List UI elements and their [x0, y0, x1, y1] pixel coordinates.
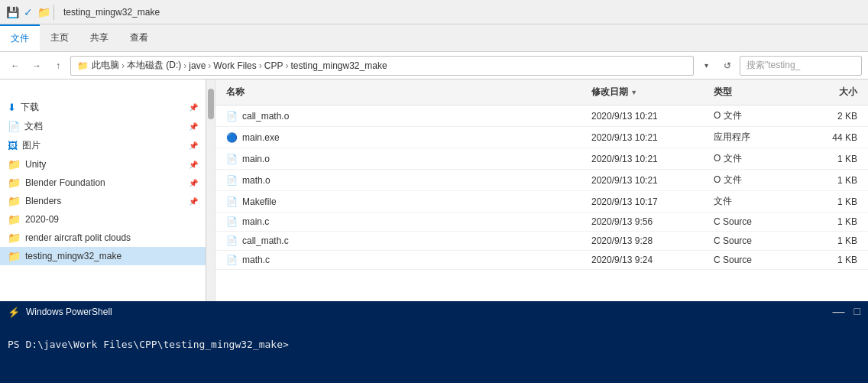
title-bar: 💾 ✓ 📁 testing_mingw32_make: [0, 0, 868, 24]
sidebar-item-download[interactable]: ⬇ 下载 📌: [0, 98, 206, 117]
file-name: main.c: [242, 216, 269, 227]
powershell-title: Windows PowerShell: [26, 307, 112, 317]
file-date: 2020/9/13 10:21: [587, 173, 709, 188]
file-icon-makefile: 📄: [226, 196, 238, 207]
file-icon-obj2: 📄: [226, 154, 238, 164]
pin-icon-2: 📌: [189, 122, 198, 131]
file-icon-c3: 📄: [226, 255, 238, 265]
address-dropdown[interactable]: ▾: [697, 56, 715, 76]
file-size: 2 KB: [801, 109, 862, 124]
file-size: 1 KB: [801, 173, 862, 188]
file-name-cell: 📄 call_math.o: [222, 109, 587, 124]
search-placeholder: 搜索"testing_: [747, 59, 800, 72]
sidebar-item-render[interactable]: 📁 render aircraft polit clouds: [0, 229, 206, 247]
file-size: 1 KB: [801, 214, 862, 229]
back-button[interactable]: ←: [6, 57, 24, 75]
title-bar-icons: 💾 ✓ 📁: [6, 6, 50, 18]
file-date: 2020/9/13 10:21: [587, 109, 709, 124]
file-size: 1 KB: [801, 151, 862, 167]
path-jave[interactable]: jave: [189, 60, 206, 71]
table-row[interactable]: 📄 Makefile 2020/9/13 10:17 文件 1 KB: [215, 191, 868, 213]
header-size[interactable]: 大小: [801, 83, 862, 102]
file-date: 2020/9/13 9:28: [587, 233, 709, 248]
image-icon: 🖼: [8, 140, 18, 151]
sidebar-item-blenders[interactable]: 📁 Blenders 📌: [0, 192, 206, 210]
refresh-button[interactable]: ↺: [718, 56, 737, 76]
table-row[interactable]: 📄 call_math.c 2020/9/13 9:28 C Source 1 …: [215, 232, 868, 251]
tab-home[interactable]: 主页: [40, 24, 79, 51]
file-kind: O 文件: [709, 171, 801, 189]
ribbon: 文件 主页 共享 查看: [0, 24, 868, 52]
title-folder-icon[interactable]: 📁: [37, 6, 50, 18]
up-button[interactable]: ↑: [49, 57, 67, 75]
file-date: 2020/9/13 9:24: [587, 252, 709, 268]
minimize-button[interactable]: —: [833, 305, 845, 319]
sidebar-item-document[interactable]: 📄 文档 📌: [0, 117, 206, 136]
sidebar-scrollbar[interactable]: [206, 80, 215, 301]
file-name: call_math.o: [242, 111, 289, 122]
path-cpp[interactable]: CPP: [264, 60, 283, 71]
header-type[interactable]: 类型: [709, 83, 801, 102]
sidebar-item-label: Blender Foundation: [25, 177, 105, 188]
file-name: math.o: [242, 175, 270, 186]
header-name[interactable]: 名称: [222, 83, 587, 102]
file-list-header: 名称 修改日期 ▼ 类型 大小: [215, 80, 868, 105]
file-date: 2020/9/13 10:17: [587, 194, 709, 209]
file-name: main.o: [242, 154, 270, 164]
file-list: 名称 修改日期 ▼ 类型 大小 📄 call_math.o 2020/9/13 …: [215, 80, 868, 301]
path-sep-1: ›: [121, 60, 125, 71]
window-title: testing_mingw32_make: [63, 7, 160, 18]
sidebar-item-label: Blenders: [25, 196, 61, 206]
sidebar-item-2020[interactable]: 📁 2020-09: [0, 210, 206, 229]
sidebar-item-blender-foundation[interactable]: 📁 Blender Foundation 📌: [0, 174, 206, 192]
path-sep-5: ›: [285, 60, 288, 71]
sidebar-item-label: 图片: [22, 139, 40, 152]
forward-button[interactable]: →: [28, 57, 46, 75]
file-kind: O 文件: [709, 107, 801, 125]
sidebar-item-label: 2020-09: [25, 214, 59, 225]
table-row[interactable]: 📄 math.c 2020/9/13 9:24 C Source 1 KB: [215, 251, 868, 270]
file-icon-c2: 📄: [226, 235, 238, 246]
folder-icon-render: 📁: [8, 232, 21, 244]
path-current[interactable]: testing_mingw32_make: [290, 60, 387, 71]
path-drive[interactable]: 本地磁盘 (D:): [127, 59, 181, 72]
search-box[interactable]: 搜索"testing_: [740, 56, 862, 76]
ps-prompt: PS D:\jave\Work Files\CPP\testing_mingw3…: [8, 339, 295, 350]
file-name-cell: 📄 main.o: [222, 151, 587, 167]
title-undo-icon[interactable]: ✓: [24, 6, 33, 18]
tab-view[interactable]: 查看: [119, 24, 159, 51]
table-row[interactable]: 📄 main.c 2020/9/13 9:56 C Source 1 KB: [215, 213, 868, 232]
table-row[interactable]: 🔵 main.exe 2020/9/13 10:21 应用程序 44 KB: [215, 127, 868, 148]
file-size: 44 KB: [801, 130, 862, 145]
table-row[interactable]: 📄 main.o 2020/9/13 10:21 O 文件 1 KB: [215, 148, 868, 170]
file-date: 2020/9/13 10:21: [587, 151, 709, 167]
table-row[interactable]: 📄 call_math.o 2020/9/13 10:21 O 文件 2 KB: [215, 105, 868, 127]
sidebar-item-label: testing_mingw32_make: [25, 251, 121, 261]
path-computer[interactable]: 此电脑: [92, 59, 119, 72]
table-row[interactable]: 📄 math.o 2020/9/13 10:21 O 文件 1 KB: [215, 170, 868, 191]
sidebar-item-image[interactable]: 🖼 图片 📌: [0, 136, 206, 155]
sidebar-item-label: Unity: [25, 159, 46, 170]
file-date: 2020/9/13 9:56: [587, 214, 709, 229]
folder-icon-blender-foundation: 📁: [8, 177, 21, 189]
pin-icon: 📌: [189, 103, 198, 112]
sidebar: ⬇ 下载 📌 📄 文档 📌 🖼 图片 📌 📁 Unity 📌 📁 Blender…: [0, 80, 206, 301]
powershell-terminal[interactable]: PS D:\jave\Work Files\CPP\testing_mingw3…: [0, 323, 868, 383]
sidebar-scroll-thumb: [208, 89, 214, 119]
sidebar-item-testing[interactable]: 📁 testing_mingw32_make: [0, 247, 206, 265]
file-kind: C Source: [709, 214, 801, 229]
tab-share[interactable]: 共享: [79, 24, 119, 51]
pin-icon-4: 📌: [189, 161, 198, 169]
powershell-bar: ⚡ Windows PowerShell — □: [0, 301, 868, 323]
file-size: 1 KB: [801, 233, 862, 248]
header-date[interactable]: 修改日期 ▼: [587, 83, 709, 102]
sidebar-item-unity[interactable]: 📁 Unity 📌: [0, 155, 206, 174]
pin-icon-6: 📌: [189, 197, 198, 206]
maximize-button[interactable]: □: [854, 305, 860, 319]
path-workfiles[interactable]: Work Files: [213, 60, 256, 71]
title-save-icon[interactable]: 💾: [6, 6, 19, 18]
main-area: ⬇ 下载 📌 📄 文档 📌 🖼 图片 📌 📁 Unity 📌 📁 Blender…: [0, 80, 868, 301]
tab-file[interactable]: 文件: [0, 24, 40, 51]
address-path[interactable]: 📁 此电脑 › 本地磁盘 (D:) › jave › Work Files › …: [70, 56, 694, 76]
pin-icon-5: 📌: [189, 179, 198, 187]
